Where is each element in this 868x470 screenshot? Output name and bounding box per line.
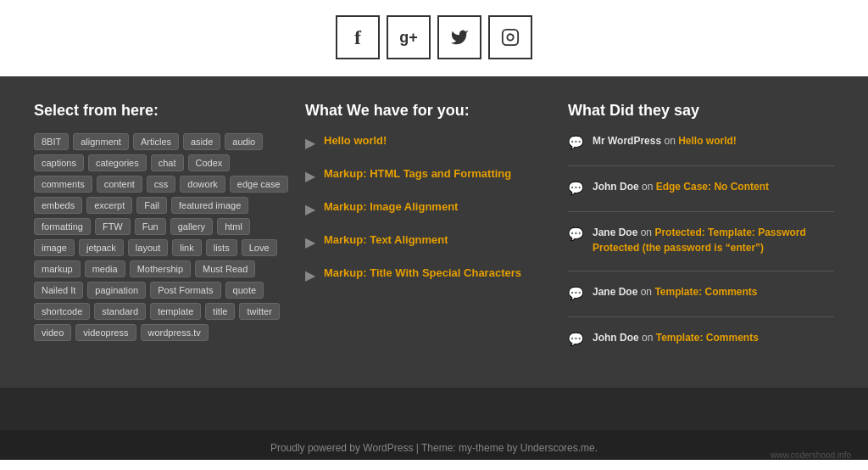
tag-item[interactable]: Fail xyxy=(136,197,167,214)
comments-container: 💬 Mr WordPress on Hello world! 💬 John Do… xyxy=(568,133,834,347)
comments-column: What Did they say 💬 Mr WordPress on Hell… xyxy=(568,102,834,362)
comment-post-link[interactable]: Template: Comments xyxy=(656,332,759,344)
tag-item[interactable]: 8BIT xyxy=(34,133,69,150)
tag-icon: ▶ xyxy=(305,267,315,283)
comment-icon: 💬 xyxy=(568,286,584,301)
tag-item[interactable]: Fun xyxy=(135,218,166,235)
comment-text: Jane Doe on Protected: Template: Passwor… xyxy=(593,225,834,255)
comment-icon: 💬 xyxy=(568,181,584,196)
tag-item[interactable]: wordpress.tv xyxy=(141,324,209,341)
tag-item[interactable]: Mothership xyxy=(130,260,191,277)
tags-title: Select from here: xyxy=(34,102,288,120)
google-plus-icon[interactable]: g+ xyxy=(387,15,431,59)
tag-item[interactable]: markup xyxy=(34,260,81,277)
tag-item[interactable]: title xyxy=(205,303,235,320)
tag-item[interactable]: jetpack xyxy=(79,239,124,256)
comment-icon: 💬 xyxy=(568,332,584,347)
tag-icon: ▶ xyxy=(305,234,315,250)
tag-item[interactable]: video xyxy=(34,324,71,341)
tag-item[interactable]: lists xyxy=(206,239,237,256)
tag-item[interactable]: formatting xyxy=(34,218,91,235)
main-section: Select from here: 8BITalignmentArticlesa… xyxy=(0,76,868,388)
post-item: ▶ Markup: Image Alignment xyxy=(305,199,551,217)
posts-title: What We have for you: xyxy=(305,102,551,120)
comment-divider xyxy=(568,271,834,271)
tag-item[interactable]: embeds xyxy=(34,197,82,214)
comment-text: Jane Doe on Template: Comments xyxy=(593,284,758,299)
comment-divider xyxy=(568,316,834,317)
post-item: ▶ Markup: Text Alignment xyxy=(305,232,551,250)
tag-item[interactable]: edge case xyxy=(230,176,288,193)
post-link[interactable]: Markup: Title With Special Characters xyxy=(324,266,521,281)
tag-item[interactable]: FTW xyxy=(95,218,131,235)
social-bar: f g+ xyxy=(0,0,868,76)
tag-item[interactable]: quote xyxy=(225,282,264,299)
post-link[interactable]: Markup: Text Alignment xyxy=(324,232,448,248)
instagram-icon[interactable] xyxy=(488,15,532,59)
twitter-icon[interactable] xyxy=(437,15,481,59)
comment-text: John Doe on Edge Case: No Content xyxy=(593,179,769,194)
comment-item: 💬 John Doe on Edge Case: No Content xyxy=(568,179,834,196)
posts-container: ▶ Hello world! ▶ Markup: HTML Tags and F… xyxy=(305,133,551,283)
comment-item: 💬 Jane Doe on Protected: Template: Passw… xyxy=(568,225,834,255)
tag-item[interactable]: image xyxy=(34,239,75,256)
post-link[interactable]: Hello world! xyxy=(324,133,387,148)
tags-column: Select from here: 8BITalignmentArticlesa… xyxy=(34,102,288,362)
comment-divider xyxy=(568,211,834,212)
tag-item[interactable]: aside xyxy=(183,133,220,150)
tag-item[interactable]: comments xyxy=(34,176,92,193)
tag-item[interactable]: standard xyxy=(94,303,146,320)
tag-item[interactable]: dowork xyxy=(180,176,225,193)
comment-item: 💬 Mr WordPress on Hello world! xyxy=(568,133,834,150)
tag-item[interactable]: alignment xyxy=(73,133,129,150)
tag-item[interactable]: gallery xyxy=(170,218,213,235)
comment-icon: 💬 xyxy=(568,135,584,150)
post-link[interactable]: Markup: Image Alignment xyxy=(324,199,458,215)
tag-item[interactable]: excerpt xyxy=(86,197,132,214)
comment-text: Mr WordPress on Hello world! xyxy=(593,133,737,148)
comment-divider xyxy=(568,165,834,166)
tag-item[interactable]: categories xyxy=(88,154,147,171)
tag-item[interactable]: Articles xyxy=(133,133,179,150)
tag-icon: ▶ xyxy=(305,168,315,184)
tag-item[interactable]: layout xyxy=(128,239,168,256)
posts-column: What We have for you: ▶ Hello world! ▶ M… xyxy=(305,102,551,362)
comments-title: What Did they say xyxy=(568,102,834,120)
comment-item: 💬 Jane Doe on Template: Comments xyxy=(568,284,834,301)
tag-item[interactable]: featured image xyxy=(171,197,248,214)
comment-icon: 💬 xyxy=(568,227,584,242)
post-link[interactable]: Markup: HTML Tags and Formatting xyxy=(324,166,511,182)
tag-item[interactable]: link xyxy=(172,239,202,256)
comment-item: 💬 John Doe on Template: Comments xyxy=(568,330,834,347)
tag-item[interactable]: shortcode xyxy=(34,303,90,320)
tag-item[interactable]: chat xyxy=(151,154,184,171)
tag-item[interactable]: videopress xyxy=(75,324,136,341)
tags-container: 8BITalignmentArticlesasideaudiocaptionsc… xyxy=(34,133,288,341)
tag-icon: ▶ xyxy=(305,201,315,217)
tag-item[interactable]: template xyxy=(150,303,201,320)
tag-item[interactable]: content xyxy=(97,176,142,193)
tag-item[interactable]: Nailed It xyxy=(34,282,83,299)
tag-item[interactable]: pagination xyxy=(87,282,146,299)
watermark: www.codershood.info xyxy=(0,450,868,460)
tag-item[interactable]: media xyxy=(85,260,125,277)
tag-icon: ▶ xyxy=(305,135,315,151)
tag-item[interactable]: html xyxy=(217,218,250,235)
footer-dark-band xyxy=(0,388,868,430)
post-item: ▶ Hello world! xyxy=(305,133,551,151)
tag-item[interactable]: Codex xyxy=(188,154,231,171)
facebook-icon[interactable]: f xyxy=(336,15,380,59)
tag-item[interactable]: captions xyxy=(34,154,84,171)
comment-post-link[interactable]: Hello world! xyxy=(678,135,737,147)
post-item: ▶ Markup: HTML Tags and Formatting xyxy=(305,166,551,184)
post-item: ▶ Markup: Title With Special Characters xyxy=(305,266,551,283)
comment-post-link[interactable]: Template: Comments xyxy=(654,286,757,298)
svg-rect-0 xyxy=(503,30,518,45)
tag-item[interactable]: twitter xyxy=(239,303,279,320)
tag-item[interactable]: Post Formats xyxy=(150,282,220,299)
tag-item[interactable]: css xyxy=(147,176,176,193)
tag-item[interactable]: Love xyxy=(242,239,277,256)
tag-item[interactable]: Must Read xyxy=(195,260,255,277)
comment-post-link[interactable]: Edge Case: No Content xyxy=(656,181,769,193)
tag-item[interactable]: audio xyxy=(225,133,263,150)
